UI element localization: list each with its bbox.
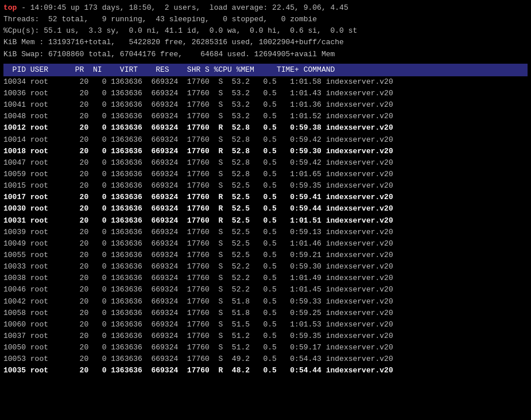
table-row: 10050 root 20 0 1363636 669324 17760 S 5…: [3, 342, 528, 353]
table-row: 10041 root 20 0 1363636 669324 17760 S 5…: [3, 99, 528, 111]
header-line-4: KiB Mem : 13193716+total, 5422820 free, …: [3, 37, 528, 48]
process-table: PID USER PR NI VIRT RES SHR S %CPU %MEM …: [3, 64, 528, 377]
table-row: 10055 root 20 0 1363636 669324 17760 S 5…: [3, 250, 528, 261]
table-row: 10059 root 20 0 1363636 669324 17760 S 5…: [3, 169, 528, 180]
header-line-2: Threads: 52 total, 9 running, 43 sleepin…: [3, 14, 528, 25]
table-row: 10031 root 20 0 1363636 669324 17760 R 5…: [3, 215, 528, 227]
table-row: 10030 root 20 0 1363636 669324 17760 R 5…: [3, 203, 528, 215]
table-header-row: PID USER PR NI VIRT RES SHR S %CPU %MEM …: [3, 64, 528, 76]
table-row: 10037 root 20 0 1363636 669324 17760 S 5…: [3, 330, 528, 342]
table-row: 10053 root 20 0 1363636 669324 17760 S 4…: [3, 353, 528, 365]
table-row: 10018 root 20 0 1363636 669324 17760 R 5…: [3, 146, 528, 157]
table-row: 10033 root 20 0 1363636 669324 17760 S 5…: [3, 261, 528, 273]
table-row: 10048 root 20 0 1363636 669324 17760 S 5…: [3, 111, 528, 122]
table-row: 10046 root 20 0 1363636 669324 17760 S 5…: [3, 284, 528, 295]
table-row: 10035 root 20 0 1363636 669324 17760 R 4…: [3, 365, 528, 376]
table-row: 10039 root 20 0 1363636 669324 17760 S 5…: [3, 227, 528, 238]
header-uptime-rest: - 14:09:45 up 173 days, 18:50, 2 users, …: [17, 3, 348, 12]
table-row: 10034 root 20 0 1363636 669324 17760 S 5…: [3, 76, 528, 88]
header-line-1: top - 14:09:45 up 173 days, 18:50, 2 use…: [3, 2, 528, 14]
table-row: 10012 root 20 0 1363636 669324 17760 R 5…: [3, 122, 528, 134]
table-body: 10034 root 20 0 1363636 669324 17760 S 5…: [3, 76, 528, 377]
top-label: top: [3, 3, 17, 12]
table-row: 10060 root 20 0 1363636 669324 17760 S 5…: [3, 319, 528, 330]
table-row: 10038 root 20 0 1363636 669324 17760 S 5…: [3, 273, 528, 284]
header-section: top - 14:09:45 up 173 days, 18:50, 2 use…: [3, 2, 528, 60]
table-row: 10047 root 20 0 1363636 669324 17760 S 5…: [3, 157, 528, 169]
table-row: 10058 root 20 0 1363636 669324 17760 S 5…: [3, 308, 528, 319]
header-line-3: %Cpu(s): 55.1 us, 3.3 sy, 0.0 ni, 41.1 i…: [3, 25, 528, 37]
table-row: 10017 root 20 0 1363636 669324 17760 R 5…: [3, 192, 528, 203]
table-row: 10036 root 20 0 1363636 669324 17760 S 5…: [3, 88, 528, 99]
table-row: 10042 root 20 0 1363636 669324 17760 S 5…: [3, 296, 528, 308]
table-row: 10014 root 20 0 1363636 669324 17760 S 5…: [3, 134, 528, 146]
header-line-5: KiB Swap: 67108860 total, 67044176 free,…: [3, 49, 528, 60]
table-row: 10015 root 20 0 1363636 669324 17760 S 5…: [3, 180, 528, 192]
table-row: 10049 root 20 0 1363636 669324 17760 S 5…: [3, 238, 528, 250]
